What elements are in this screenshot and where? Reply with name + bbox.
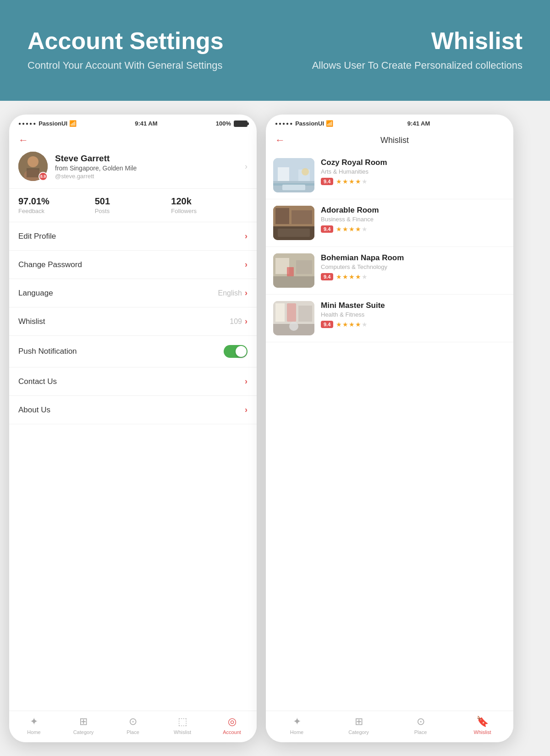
- home-icon-right: ✦: [293, 716, 301, 728]
- nav-place[interactable]: ⊙ Place: [108, 716, 158, 735]
- room-info-bohemian: Bohemian Napa Room Computers & Technolog…: [321, 253, 506, 280]
- menu-push-notification[interactable]: Push Notification: [9, 336, 257, 367]
- menu-contact-us-label: Contact Us: [18, 377, 57, 386]
- menu-contact-us[interactable]: Contact Us ›: [9, 367, 257, 396]
- header-left-subtitle: Control Your Account With General Settin…: [28, 59, 275, 73]
- menu-language-value: English: [218, 289, 242, 297]
- room-image-adorable: [273, 206, 314, 240]
- room-image-mini: [273, 301, 314, 335]
- bottom-nav-right: ✦ Home ⊞ Category ⊙ Place 🔖 Whislist: [266, 711, 513, 742]
- account-settings-phone: ●●●●● PassionUI 📶 9:41 AM 100% ←: [9, 115, 257, 742]
- whislist-phone: ●●●●● PassionUI 📶 9:41 AM ← Whislist: [266, 115, 513, 742]
- rating-badge-cozy: 9.4: [321, 178, 333, 185]
- room-rating-adorable: 9.4 ★★★★★: [321, 225, 506, 233]
- nav-home-label-right: Home: [290, 729, 303, 735]
- status-time-right: 9:41 AM: [407, 120, 430, 127]
- profile-chevron-icon: ›: [245, 162, 248, 171]
- nav-category[interactable]: ⊞ Category: [59, 716, 108, 735]
- nav-place-label: Place: [126, 729, 139, 735]
- svg-point-10: [302, 168, 309, 175]
- svg-rect-22: [287, 267, 294, 276]
- status-time: 9:41 AM: [135, 120, 157, 127]
- menu-change-password[interactable]: Change Password ›: [9, 251, 257, 279]
- room-card-bohemian[interactable]: Bohemian Napa Room Computers & Technolog…: [266, 247, 513, 295]
- stars-cozy: ★★★★★: [336, 178, 368, 185]
- rating-badge-adorable: 9.4: [321, 225, 333, 233]
- svg-point-28: [289, 322, 298, 331]
- header-left-title: Account Settings: [28, 28, 275, 54]
- svg-point-1: [28, 156, 38, 167]
- room-info-mini: Mini Master Suite Health & Fitness 9.4 ★…: [321, 301, 506, 328]
- menu-edit-profile[interactable]: Edit Profile ›: [9, 222, 257, 251]
- wifi-icon-right: 📶: [326, 120, 333, 127]
- back-arrow-icon-right[interactable]: ←: [275, 134, 285, 146]
- carrier-dots: ●●●●●: [18, 121, 37, 126]
- room-name-mini: Mini Master Suite: [321, 301, 506, 310]
- nav-category-right[interactable]: ⊞ Category: [328, 716, 390, 735]
- stat-feedback-label: Feedback: [18, 208, 95, 214]
- room-name-cozy: Cozy Royal Room: [321, 158, 506, 167]
- svg-rect-16: [278, 229, 310, 237]
- header-right: Whislist Allows User To Create Personali…: [275, 28, 522, 73]
- stat-followers-value: 120k: [171, 196, 248, 207]
- nav-whislist[interactable]: ⬚ Whislist: [158, 716, 207, 735]
- svg-rect-25: [275, 303, 285, 322]
- svg-rect-13: [275, 208, 289, 224]
- rating-badge-bohemian: 9.4: [321, 273, 333, 280]
- carrier-name: PassionUI: [38, 120, 67, 127]
- profile-location: from Singapore, Golden Mile: [55, 164, 245, 172]
- stars-bohemian: ★★★★★: [336, 273, 368, 280]
- main-content: ●●●●● PassionUI 📶 9:41 AM 100% ←: [0, 101, 550, 756]
- nav-home-right[interactable]: ✦ Home: [266, 716, 328, 735]
- chevron-right-icon: ›: [245, 377, 248, 386]
- push-notification-toggle[interactable]: [224, 345, 248, 358]
- nav-place-right[interactable]: ⊙ Place: [390, 716, 451, 735]
- stat-followers-label: Followers: [171, 208, 248, 214]
- stars-adorable: ★★★★★: [336, 225, 368, 233]
- stat-feedback: 97.01% Feedback: [18, 196, 95, 214]
- chevron-right-icon: ›: [245, 260, 248, 269]
- nav-home[interactable]: ✦ Home: [9, 716, 59, 735]
- svg-rect-6: [278, 167, 289, 181]
- profile-name: Steve Garrett: [55, 153, 245, 164]
- avatar-container: 8.9: [18, 152, 48, 181]
- stars-mini: ★★★★★: [336, 321, 368, 328]
- stat-followers: 120k Followers: [171, 196, 248, 214]
- svg-rect-20: [296, 260, 312, 274]
- header-right-subtitle: Allows User To Create Personalized colle…: [275, 59, 522, 73]
- account-icon: ◎: [228, 716, 236, 728]
- menu-about-us[interactable]: About Us ›: [9, 396, 257, 424]
- bottom-nav-left: ✦ Home ⊞ Category ⊙ Place ⬚ Whislist ◎ A…: [9, 711, 257, 742]
- avatar-badge: 8.9: [38, 172, 48, 181]
- menu-change-password-label: Change Password: [18, 260, 82, 269]
- chevron-right-icon: ›: [245, 317, 248, 326]
- nav-whislist-right[interactable]: 🔖 Whislist: [451, 716, 513, 735]
- menu-edit-profile-label: Edit Profile: [18, 232, 56, 241]
- nav-account[interactable]: ◎ Account: [207, 716, 257, 735]
- menu-language[interactable]: Language English ›: [9, 279, 257, 307]
- back-row: ←: [9, 131, 257, 148]
- carrier-name-right: PassionUI: [295, 120, 324, 127]
- profile-info: Steve Garrett from Singapore, Golden Mil…: [55, 153, 245, 180]
- nav-category-label-right: Category: [348, 729, 369, 735]
- whislist-page-title: Whislist: [285, 136, 504, 145]
- menu-push-notification-label: Push Notification: [18, 347, 77, 356]
- svg-rect-26: [298, 306, 312, 322]
- room-name-adorable: Adorable Room: [321, 206, 506, 215]
- status-bar-right: ●●●●● PassionUI 📶 9:41 AM: [266, 115, 513, 131]
- room-card-mini[interactable]: Mini Master Suite Health & Fitness 9.4 ★…: [266, 295, 513, 342]
- room-card-adorable[interactable]: Adorable Room Business & Finance 9.4 ★★★…: [266, 199, 513, 247]
- menu-whislist-label: Whislist: [18, 317, 45, 326]
- menu-whislist[interactable]: Whislist 109 ›: [9, 307, 257, 336]
- toggle-knob: [236, 346, 247, 357]
- back-arrow-icon[interactable]: ←: [18, 134, 28, 146]
- profile-section[interactable]: 8.9 Steve Garrett from Singapore, Golden…: [9, 148, 257, 189]
- header-banner: Account Settings Control Your Account Wi…: [0, 0, 550, 101]
- chevron-right-icon: ›: [245, 288, 248, 298]
- battery-icon: [234, 121, 248, 127]
- room-card-cozy[interactable]: Cozy Royal Room Arts & Humanities 9.4 ★★…: [266, 152, 513, 199]
- nav-whislist-label: Whislist: [174, 729, 191, 735]
- category-icon-right: ⊞: [355, 716, 363, 728]
- room-rating-mini: 9.4 ★★★★★: [321, 321, 506, 328]
- nav-place-label-right: Place: [414, 729, 427, 735]
